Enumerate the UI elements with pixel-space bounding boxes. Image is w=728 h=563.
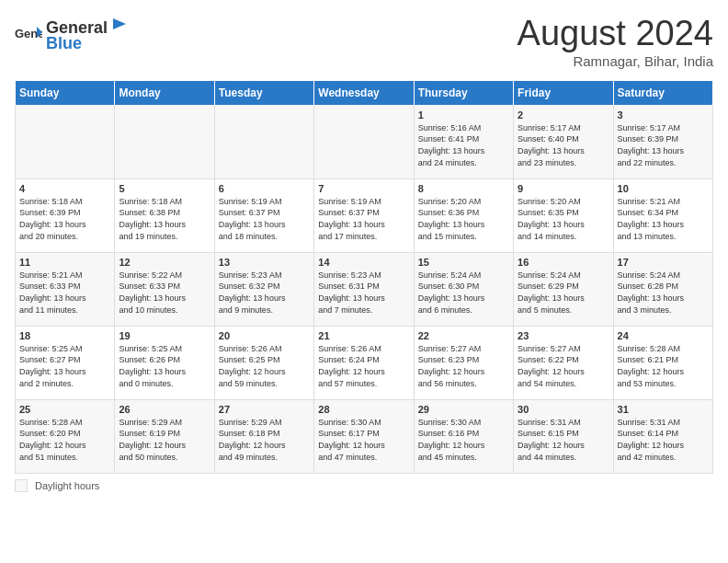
cell-text: Sunset: 6:31 PM: [318, 281, 409, 293]
cell-text: Sunset: 6:37 PM: [219, 207, 310, 219]
cell-text: Sunrise: 5:31 AM: [518, 417, 609, 429]
calendar-cell: 5Sunrise: 5:18 AMSunset: 6:38 PMDaylight…: [115, 178, 214, 252]
cell-text: Sunrise: 5:19 AM: [318, 196, 409, 208]
cell-text: Sunrise: 5:17 AM: [518, 122, 609, 134]
day-number: 12: [119, 257, 210, 268]
cell-text: Sunrise: 5:28 AM: [19, 417, 110, 429]
day-header-wednesday: Wednesday: [314, 80, 414, 105]
cell-text: Sunrise: 5:26 AM: [318, 343, 409, 355]
cell-text: Sunset: 6:16 PM: [418, 428, 509, 440]
cell-text: Daylight: 12 hours: [219, 440, 310, 452]
calendar-week-row: 25Sunrise: 5:28 AMSunset: 6:20 PMDayligh…: [16, 399, 713, 473]
calendar-cell: 30Sunrise: 5:31 AMSunset: 6:15 PMDayligh…: [514, 399, 613, 473]
cell-text: and 7 minutes.: [318, 304, 409, 316]
cell-text: and 0 minutes.: [119, 378, 210, 390]
header: General General Blue August 2024 Ramnaga…: [15, 15, 713, 69]
cell-text: Sunrise: 5:25 AM: [119, 343, 210, 355]
day-number: 9: [518, 183, 609, 194]
cell-text: Sunset: 6:34 PM: [618, 207, 709, 219]
calendar-cell: 7Sunrise: 5:19 AMSunset: 6:37 PMDaylight…: [314, 178, 414, 252]
cell-text: and 13 minutes.: [618, 231, 709, 243]
day-number: 29: [418, 404, 509, 415]
cell-text: Sunrise: 5:30 AM: [418, 417, 509, 429]
cell-text: and 18 minutes.: [219, 231, 310, 243]
subtitle: Ramnagar, Bihar, India: [518, 53, 713, 69]
day-number: 24: [618, 330, 709, 341]
cell-text: Sunset: 6:18 PM: [219, 428, 310, 440]
cell-text: Sunset: 6:23 PM: [418, 354, 509, 366]
cell-text: Daylight: 13 hours: [19, 219, 110, 231]
cell-text: Sunrise: 5:27 AM: [518, 343, 609, 355]
logo: General General Blue: [15, 15, 128, 53]
day-number: 31: [618, 404, 709, 415]
cell-text: Sunrise: 5:26 AM: [219, 343, 310, 355]
calendar-week-row: 4Sunrise: 5:18 AMSunset: 6:39 PMDaylight…: [16, 178, 713, 252]
cell-text: Sunset: 6:38 PM: [119, 207, 210, 219]
logo-icon: General: [15, 23, 42, 45]
cell-text: Sunrise: 5:19 AM: [219, 196, 310, 208]
day-header-thursday: Thursday: [414, 80, 513, 105]
cell-text: Daylight: 12 hours: [518, 366, 609, 378]
cell-text: and 9 minutes.: [219, 304, 310, 316]
cell-text: Sunset: 6:30 PM: [418, 281, 509, 293]
daylight-label: Daylight hours: [35, 480, 99, 491]
calendar-cell: [16, 105, 115, 178]
cell-text: and 56 minutes.: [418, 378, 509, 390]
cell-text: and 42 minutes.: [618, 452, 709, 464]
cell-text: and 17 minutes.: [318, 231, 409, 243]
cell-text: Sunrise: 5:23 AM: [318, 270, 409, 282]
cell-text: Sunset: 6:26 PM: [119, 354, 210, 366]
day-number: 10: [618, 183, 709, 194]
cell-text: Daylight: 13 hours: [418, 219, 509, 231]
cell-text: and 10 minutes.: [119, 304, 210, 316]
cell-text: Sunset: 6:22 PM: [518, 354, 609, 366]
cell-text: Sunset: 6:21 PM: [618, 354, 709, 366]
cell-text: and 59 minutes.: [219, 378, 310, 390]
cell-text: and 20 minutes.: [19, 231, 110, 243]
cell-text: Daylight: 13 hours: [518, 219, 609, 231]
cell-text: Sunrise: 5:24 AM: [418, 270, 509, 282]
day-number: 21: [318, 330, 409, 341]
cell-text: Daylight: 12 hours: [119, 440, 210, 452]
cell-text: Sunrise: 5:27 AM: [418, 343, 509, 355]
day-number: 11: [19, 257, 110, 268]
cell-text: and 45 minutes.: [418, 452, 509, 464]
day-number: 18: [19, 330, 110, 341]
cell-text: Daylight: 12 hours: [618, 366, 709, 378]
cell-text: and 47 minutes.: [318, 452, 409, 464]
day-header-sunday: Sunday: [16, 80, 115, 105]
cell-text: Sunrise: 5:29 AM: [119, 417, 210, 429]
cell-text: Sunrise: 5:21 AM: [19, 270, 110, 282]
cell-text: and 2 minutes.: [19, 378, 110, 390]
calendar-cell: 17Sunrise: 5:24 AMSunset: 6:28 PMDayligh…: [613, 252, 712, 326]
calendar-cell: 8Sunrise: 5:20 AMSunset: 6:36 PMDaylight…: [414, 178, 513, 252]
calendar-week-row: 1Sunrise: 5:16 AMSunset: 6:41 PMDaylight…: [16, 105, 713, 178]
cell-text: Daylight: 12 hours: [418, 440, 509, 452]
calendar-cell: [214, 105, 313, 178]
day-number: 26: [119, 404, 210, 415]
cell-text: Daylight: 12 hours: [318, 440, 409, 452]
cell-text: Sunrise: 5:29 AM: [219, 417, 310, 429]
cell-text: Daylight: 12 hours: [518, 440, 609, 452]
calendar-cell: [314, 105, 414, 178]
cell-text: Daylight: 13 hours: [618, 293, 709, 304]
cell-text: Sunrise: 5:20 AM: [418, 196, 509, 208]
cell-text: and 5 minutes.: [518, 304, 609, 316]
cell-text: Daylight: 13 hours: [518, 293, 609, 304]
logo-arrow: [109, 15, 128, 33]
day-number: 2: [518, 109, 609, 121]
cell-text: and 53 minutes.: [618, 378, 709, 390]
calendar-cell: 31Sunrise: 5:31 AMSunset: 6:14 PMDayligh…: [613, 399, 712, 473]
cell-text: and 22 minutes.: [618, 157, 709, 169]
calendar-cell: 11Sunrise: 5:21 AMSunset: 6:33 PMDayligh…: [16, 252, 115, 326]
calendar-cell: 2Sunrise: 5:17 AMSunset: 6:40 PMDaylight…: [514, 105, 613, 178]
day-number: 15: [418, 257, 509, 268]
calendar-cell: [115, 105, 214, 178]
cell-text: Sunrise: 5:18 AM: [119, 196, 210, 208]
calendar-week-row: 18Sunrise: 5:25 AMSunset: 6:27 PMDayligh…: [16, 326, 713, 399]
cell-text: and 11 minutes.: [19, 304, 110, 316]
cell-text: Sunset: 6:33 PM: [19, 281, 110, 293]
cell-text: and 50 minutes.: [119, 452, 210, 464]
cell-text: Daylight: 13 hours: [119, 366, 210, 378]
day-number: 5: [119, 183, 210, 194]
